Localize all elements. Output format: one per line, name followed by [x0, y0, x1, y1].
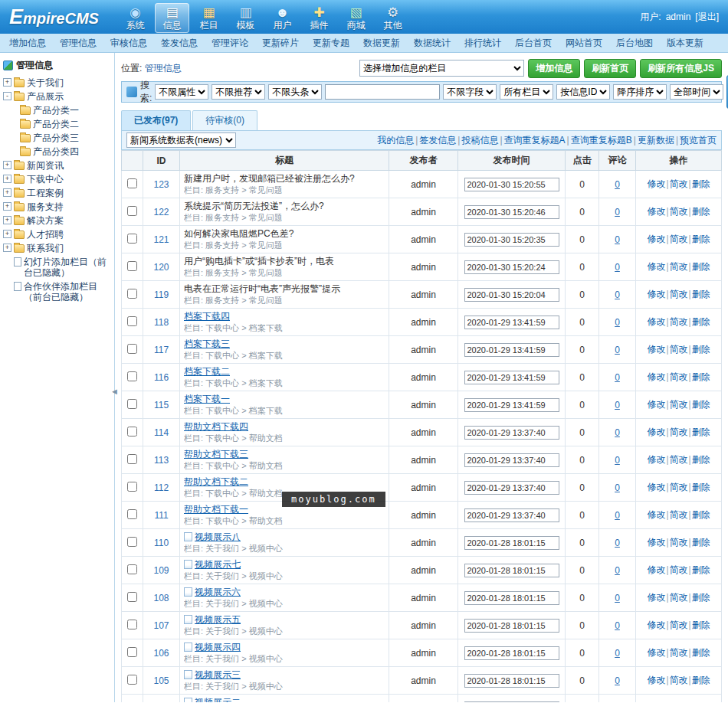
op-link[interactable]: 简改 — [665, 234, 687, 244]
row-comments-link[interactable]: 0 — [615, 179, 620, 190]
op-link[interactable]: 简改 — [665, 537, 687, 548]
subnav-link[interactable]: 后台地图 — [616, 37, 653, 50]
row-title-link[interactable]: 档案下载三 — [184, 338, 230, 349]
row-checkbox[interactable] — [127, 206, 137, 216]
tree-item[interactable]: + 解决方案 — [3, 214, 111, 227]
row-title-link[interactable]: 档案下载二 — [184, 366, 230, 377]
row-comments-link[interactable]: 0 — [615, 593, 620, 603]
row-title-link[interactable]: 帮助文档下载二 — [184, 476, 248, 487]
publish-time-input[interactable] — [464, 426, 559, 440]
expander-icon[interactable]: + — [3, 188, 11, 197]
op-link[interactable]: 修改 — [647, 620, 665, 630]
subnav-link[interactable]: 数据统计 — [414, 37, 451, 50]
search-filter-select[interactable]: 所有栏目 — [500, 84, 553, 100]
row-title-link[interactable]: 视频展示五 — [195, 614, 241, 625]
row-title-link[interactable]: 视频展示六 — [195, 587, 241, 597]
search-filter-select[interactable]: 全部时间 — [670, 84, 723, 100]
row-title-link[interactable]: 视频展示七 — [195, 559, 241, 570]
op-link[interactable]: 修改 — [647, 289, 665, 299]
publish-time-input[interactable] — [464, 343, 559, 357]
row-comments-link[interactable]: 0 — [615, 289, 620, 300]
tree-item[interactable]: + 人才招聘 — [3, 227, 111, 241]
row-checkbox[interactable] — [127, 647, 137, 657]
op-link[interactable]: 修改 — [647, 482, 665, 492]
row-comments-link[interactable]: 0 — [615, 620, 620, 631]
row-checkbox[interactable] — [127, 289, 137, 299]
sidebar-collapse-icon[interactable]: ◄ — [110, 387, 119, 396]
row-checkbox[interactable] — [127, 344, 137, 354]
row-checkbox[interactable] — [127, 371, 137, 381]
op-link[interactable]: 删除 — [688, 344, 710, 355]
row-checkbox[interactable] — [127, 454, 137, 464]
row-comments-link[interactable]: 0 — [615, 262, 620, 273]
search-filter-select[interactable]: 不限头条 — [268, 84, 322, 100]
op-link[interactable]: 删除 — [688, 592, 710, 603]
tree-item[interactable]: + 服务支持 — [3, 200, 111, 214]
op-link[interactable]: 修改 — [647, 564, 665, 575]
subnav-link[interactable]: 版本更新 — [667, 37, 703, 50]
row-title-link[interactable]: 如何解决家电阻燃PC色差? — [184, 228, 293, 239]
publish-time-input[interactable] — [464, 508, 559, 522]
op-link[interactable]: 删除 — [688, 509, 710, 520]
op-link[interactable]: 删除 — [688, 482, 710, 492]
row-comments-link[interactable]: 0 — [615, 234, 620, 245]
refresh-js-button[interactable]: 刷新所有信息JS — [640, 59, 722, 78]
row-title-link[interactable]: 帮助文档下载四 — [184, 421, 248, 432]
publish-time-input[interactable] — [464, 178, 559, 191]
subnav-link[interactable]: 管理评论 — [212, 37, 248, 50]
row-title-link[interactable]: 帮助文档下载一 — [184, 504, 248, 515]
tree-root[interactable]: 管理信息 — [3, 57, 111, 76]
row-title-link[interactable]: 帮助文档下载三 — [184, 449, 248, 459]
op-link[interactable]: 简改 — [665, 620, 687, 630]
subnav-link[interactable]: 排行统计 — [464, 37, 501, 50]
op-link[interactable]: 删除 — [688, 206, 710, 217]
tree-item[interactable]: + 联系我们 — [3, 241, 111, 255]
add-info-button[interactable]: 增加信息 — [528, 59, 580, 78]
expander-icon[interactable]: - — [3, 92, 11, 100]
subnav-link[interactable]: 网站首页 — [566, 37, 602, 50]
search-filter-select[interactable]: 不限属性 — [155, 84, 208, 100]
tree-item[interactable]: 产品分类一 — [3, 103, 111, 117]
op-link[interactable]: 简改 — [665, 454, 687, 465]
publish-time-input[interactable] — [464, 646, 559, 660]
expander-icon[interactable]: + — [3, 230, 11, 238]
row-checkbox[interactable] — [127, 427, 137, 437]
publish-time-input[interactable] — [464, 674, 559, 688]
subnav-link[interactable]: 数据更新 — [363, 37, 400, 50]
subnav-link[interactable]: 签发信息 — [161, 37, 198, 50]
subnav-link[interactable]: 审核信息 — [110, 37, 147, 50]
row-comments-link[interactable]: 0 — [615, 648, 620, 659]
publish-time-input[interactable] — [464, 233, 559, 247]
quick-link[interactable]: 预览首页 — [674, 135, 717, 146]
tab-pending[interactable]: 待审核(0) — [192, 110, 257, 130]
row-title-link[interactable]: 视频展示四 — [195, 642, 241, 652]
row-comments-link[interactable]: 0 — [615, 565, 620, 576]
op-link[interactable]: 删除 — [688, 178, 710, 189]
publish-time-input[interactable] — [464, 260, 559, 274]
search-filter-select[interactable]: 按信息ID — [556, 84, 610, 100]
row-title-link[interactable]: 电表在正常运行时“电表”声光报警”提示 — [184, 283, 340, 294]
publish-time-input[interactable] — [464, 371, 559, 384]
module-tab[interactable]: ▤ 信息 — [155, 3, 189, 33]
op-link[interactable]: 简改 — [665, 399, 687, 410]
subnav-link[interactable]: 更新专题 — [313, 37, 349, 50]
row-checkbox[interactable] — [127, 702, 137, 703]
publish-time-input[interactable] — [464, 564, 559, 577]
op-link[interactable]: 简改 — [665, 647, 687, 658]
search-filter-select[interactable]: 不限推荐 — [212, 84, 265, 100]
op-link[interactable]: 删除 — [688, 647, 710, 658]
publish-time-input[interactable] — [464, 481, 559, 495]
row-title-link[interactable]: 用户“购电插卡”或“插卡抄表”时，电表 — [184, 256, 334, 266]
op-link[interactable]: 简改 — [665, 482, 687, 492]
op-link[interactable]: 删除 — [688, 427, 710, 437]
refresh-home-button[interactable]: 刷新首页 — [584, 59, 636, 78]
tree-item[interactable]: + 新闻资讯 — [3, 159, 111, 172]
tab-published[interactable]: 已发布(97) — [121, 110, 191, 130]
op-link[interactable]: 修改 — [647, 427, 665, 437]
row-comments-link[interactable]: 0 — [615, 538, 620, 548]
subnav-link[interactable]: 更新碎片 — [262, 37, 299, 50]
quick-link[interactable]: 签发信息 — [414, 135, 456, 146]
module-tab[interactable]: ▦ 栏目 — [192, 3, 226, 33]
op-link[interactable]: 删除 — [688, 564, 710, 575]
op-link[interactable]: 删除 — [688, 234, 710, 244]
